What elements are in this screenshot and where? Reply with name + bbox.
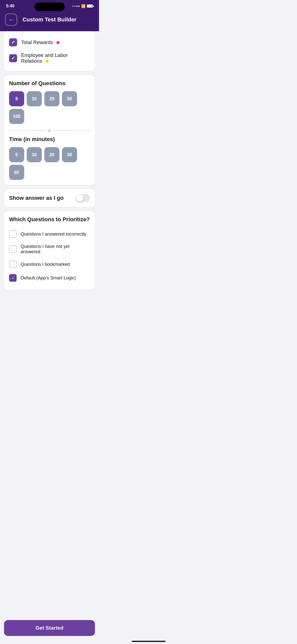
topic-item-0: ✓ Total Rewards bbox=[9, 36, 90, 48]
content: ✓ Total Rewards ✓ Employee and Labor Rel… bbox=[0, 31, 99, 324]
divider-line-right bbox=[53, 130, 90, 131]
time-option-20[interactable]: 20 bbox=[44, 147, 59, 162]
questions-option-100[interactable]: 100 bbox=[9, 109, 24, 124]
signal-dot-3 bbox=[76, 6, 78, 7]
prioritize-label-1: Questions I have not yet answered bbox=[21, 244, 90, 254]
divider-or: or bbox=[9, 128, 90, 133]
questions-options-row: 5 10 25 50 100 bbox=[9, 91, 90, 124]
prioritize-item-2: Questions I bookmarked bbox=[9, 257, 90, 271]
prioritize-item-0: Questions I answered incorrectly bbox=[9, 227, 90, 241]
status-bar: 5:40 📶 bbox=[0, 0, 99, 11]
check-icon-1: ✓ bbox=[11, 55, 15, 61]
questions-card: Number of Questions 5 10 25 50 100 or Ti… bbox=[4, 75, 95, 185]
time-option-30[interactable]: 30 bbox=[62, 147, 77, 162]
time-options-row: 5 10 20 30 60 bbox=[9, 147, 90, 180]
status-icons: 📶 bbox=[72, 4, 93, 8]
questions-option-10[interactable]: 10 bbox=[27, 91, 42, 106]
battery-icon bbox=[87, 5, 93, 8]
dynamic-island bbox=[35, 3, 65, 11]
prioritize-checkbox-1[interactable] bbox=[9, 245, 17, 253]
prioritize-item-3: ✓ Default (App's Smart Logic) bbox=[9, 271, 90, 285]
prioritize-check-icon-3: ✓ bbox=[11, 276, 15, 280]
topic-label-1: Employee and Labor Relations bbox=[21, 52, 90, 64]
page-title: Custom Test Builder bbox=[21, 16, 78, 23]
questions-option-5[interactable]: 5 bbox=[9, 91, 24, 106]
prioritize-checkbox-0[interactable] bbox=[9, 230, 17, 238]
time-title: Time (in minutes) bbox=[9, 136, 90, 143]
prioritize-label-0: Questions I answered incorrectly bbox=[21, 232, 86, 237]
signal-dot-4 bbox=[78, 6, 80, 7]
show-answer-toggle[interactable] bbox=[76, 194, 90, 202]
time-option-5[interactable]: 5 bbox=[9, 147, 24, 162]
topic-checkbox-1[interactable]: ✓ bbox=[9, 54, 17, 62]
prioritize-title: Which Questions to Prioritize? bbox=[9, 216, 90, 223]
questions-title: Number of Questions bbox=[9, 80, 90, 87]
header: ← Custom Test Builder bbox=[0, 11, 99, 31]
signal-dots bbox=[72, 6, 80, 7]
back-arrow-icon: ← bbox=[9, 17, 14, 23]
back-button[interactable]: ← bbox=[5, 14, 17, 26]
topic-text-1: Employee and Labor Relations bbox=[21, 52, 68, 64]
topic-text-0: Total Rewards bbox=[21, 40, 53, 45]
prioritize-card: Which Questions to Prioritize? Questions… bbox=[4, 211, 95, 290]
battery-fill bbox=[87, 5, 92, 7]
topic-dot-0 bbox=[56, 41, 59, 44]
wifi-icon: 📶 bbox=[81, 4, 85, 8]
show-answer-label: Show answer as I go bbox=[9, 195, 63, 201]
topic-item-1: ✓ Employee and Labor Relations bbox=[9, 50, 90, 66]
signal-dot-1 bbox=[72, 6, 74, 7]
topic-dot-1 bbox=[46, 60, 49, 63]
status-time: 5:40 bbox=[6, 4, 14, 9]
topics-card: ✓ Total Rewards ✓ Employee and Labor Rel… bbox=[4, 31, 95, 71]
prioritize-label-3: Default (App's Smart Logic) bbox=[21, 275, 76, 281]
show-answer-card: Show answer as I go bbox=[4, 189, 95, 207]
time-option-10[interactable]: 10 bbox=[27, 147, 42, 162]
topic-label-0: Total Rewards bbox=[21, 40, 59, 45]
signal-dot-2 bbox=[74, 6, 76, 7]
topic-checkbox-0[interactable]: ✓ bbox=[9, 38, 17, 46]
questions-option-25[interactable]: 25 bbox=[44, 91, 59, 106]
prioritize-item-1: Questions I have not yet answered bbox=[9, 241, 90, 257]
divider-line-left bbox=[9, 130, 46, 131]
check-icon-0: ✓ bbox=[11, 40, 15, 45]
prioritize-label-2: Questions I bookmarked bbox=[21, 262, 70, 267]
prioritize-checkbox-3[interactable]: ✓ bbox=[9, 274, 17, 282]
questions-option-50[interactable]: 50 bbox=[62, 91, 77, 106]
prioritize-checkbox-2[interactable] bbox=[9, 261, 17, 268]
time-option-60[interactable]: 60 bbox=[9, 165, 24, 180]
toggle-thumb bbox=[76, 195, 83, 202]
divider-or-label: or bbox=[48, 128, 51, 133]
toggle-row: Show answer as I go bbox=[9, 194, 90, 202]
